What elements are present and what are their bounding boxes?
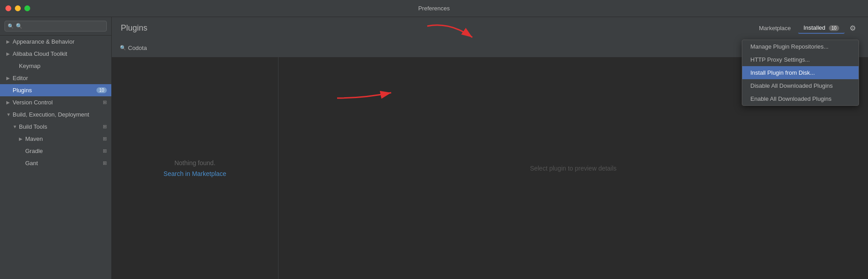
dropdown-item-disable-all[interactable]: Disable All Downloaded Plugins (742, 79, 859, 92)
copy-icon: ⊞ (103, 160, 107, 166)
arrow-icon: ▶ (6, 76, 13, 81)
sidebar-item-label: Keymap (19, 63, 107, 69)
sidebar-item-label: Gradle (25, 148, 101, 154)
arrow-down-icon: ▼ (13, 124, 19, 129)
arrow-icon: ▶ (19, 136, 25, 141)
sidebar-item-gradle[interactable]: Gradle ⊞ (0, 145, 111, 157)
sidebar-item-keymap[interactable]: Keymap (0, 60, 111, 72)
dropdown-item-http-proxy[interactable]: HTTP Proxy Settings... (742, 53, 859, 66)
nothing-found-text: Nothing found. (174, 159, 215, 166)
search-icon: 🔍 (120, 45, 126, 51)
sidebar-item-build-tools[interactable]: ▼ Build Tools ⊞ (0, 121, 111, 133)
window-title: Preferences (418, 5, 450, 12)
plugins-page-title: Plugins (121, 23, 147, 33)
copy-icon: ⊞ (103, 99, 107, 105)
sidebar-search-wrap: 🔍 (5, 21, 107, 32)
sidebar: 🔍 ▶ Appearance & Behavior ▶ Alibaba Clou… (0, 17, 112, 279)
copy-icon: ⊞ (103, 136, 107, 142)
tabs-area: Marketplace Installed 10 ⚙ (754, 22, 859, 34)
arrow-down-icon: ▼ (6, 112, 13, 117)
copy-icon: ⊞ (103, 124, 107, 130)
content-area: Plugins Marketplace Installed 10 ⚙ 🔍 ✕ ⋮ (112, 17, 868, 279)
sidebar-item-plugins[interactable]: Plugins 10 (0, 84, 111, 96)
arrow-icon: ▶ (6, 51, 13, 56)
tab-installed-label: Installed (804, 24, 825, 31)
sidebar-search-area: 🔍 (0, 17, 111, 36)
tab-marketplace[interactable]: Marketplace (754, 23, 796, 33)
sidebar-item-label: Maven (25, 135, 101, 142)
sidebar-item-label: Build Tools (19, 123, 101, 130)
plugin-header: Plugins Marketplace Installed 10 ⚙ (112, 17, 868, 39)
copy-icon: ⊞ (103, 148, 107, 154)
title-bar: Preferences (0, 0, 868, 17)
sidebar-item-maven[interactable]: ▶ Maven ⊞ (0, 133, 111, 145)
sidebar-item-alibaba-cloud[interactable]: ▶ Alibaba Cloud Toolkit (0, 48, 111, 60)
dropdown-item-manage-repos[interactable]: Manage Plugin Repositories... (742, 40, 859, 53)
sidebar-item-label: Build, Execution, Deployment (13, 111, 107, 118)
minimize-button[interactable] (15, 5, 21, 11)
sidebar-item-label: Version Control (13, 99, 101, 106)
main-layout: 🔍 ▶ Appearance & Behavior ▶ Alibaba Clou… (0, 17, 868, 279)
arrow-icon: ▶ (6, 100, 13, 105)
sidebar-search-icon: 🔍 (8, 23, 14, 29)
sidebar-items-list: ▶ Appearance & Behavior ▶ Alibaba Cloud … (0, 36, 111, 279)
tab-installed[interactable]: Installed 10 (798, 22, 845, 34)
sidebar-item-label: Alibaba Cloud Toolkit (13, 50, 107, 57)
plugins-badge: 10 (96, 87, 107, 93)
search-marketplace-link[interactable]: Search in Marketplace (164, 170, 226, 177)
plugin-list: Nothing found. Search in Marketplace (112, 57, 279, 279)
sidebar-search-input[interactable] (5, 21, 107, 32)
plugin-search-wrap: 🔍 (117, 43, 832, 53)
dropdown-item-enable-all[interactable]: Enable All Downloaded Plugins (742, 92, 859, 105)
sidebar-item-editor[interactable]: ▶ Editor (0, 72, 111, 84)
sidebar-item-label: Gant (25, 160, 101, 166)
maximize-button[interactable] (24, 5, 30, 11)
installed-badge: 10 (829, 25, 839, 31)
preview-placeholder-text: Select plugin to preview details (530, 165, 617, 172)
sidebar-item-build-execution-deployment[interactable]: ▼ Build, Execution, Deployment (0, 108, 111, 121)
arrow-icon: ▶ (6, 39, 13, 44)
plugin-search-input[interactable] (117, 43, 832, 53)
sidebar-item-label: Appearance & Behavior (13, 38, 107, 45)
close-button[interactable] (5, 5, 11, 11)
window-controls (5, 5, 30, 11)
sidebar-item-label: Plugins (13, 87, 96, 94)
gear-settings-button[interactable]: ⚙ (846, 22, 859, 34)
dropdown-item-install-disk[interactable]: Install Plugin from Disk... (742, 66, 859, 79)
sidebar-item-appearance-behavior[interactable]: ▶ Appearance & Behavior (0, 36, 111, 48)
sidebar-item-version-control[interactable]: ▶ Version Control ⊞ (0, 96, 111, 108)
sidebar-item-label: Editor (13, 75, 107, 81)
gear-dropdown-menu: Manage Plugin Repositories... HTTP Proxy… (742, 40, 859, 106)
sidebar-item-gant[interactable]: Gant ⊞ (0, 157, 111, 169)
